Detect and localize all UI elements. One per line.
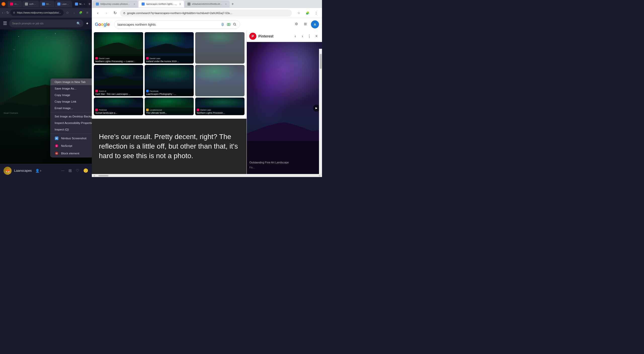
right-tab-mj[interactable]: Midjourney creates photoreali... × [93,1,138,8]
forward-button[interactable]: › [103,10,110,17]
horizontal-scrollbar[interactable] [92,174,322,177]
bookmark-button[interactable]: ☆ [65,10,71,16]
close-side-panel-button[interactable]: × [313,33,319,39]
mj-search-bar[interactable]: Search prompts or job ids 🔍 [9,19,84,27]
menu-item-save-as[interactable]: Save Image As... [51,85,92,92]
card-title: Dark Star - foto van Laanscapes ... [95,93,142,95]
source-icon [146,109,149,111]
address-bar[interactable]: https://www.midjourney.com/app/jobs/... [10,9,63,16]
card-source: Daniel Laan [146,57,192,60]
image-card-nl-processing-2[interactable]: Daniel Laan Northern Lights Processin... [195,98,245,115]
nimbus-icon [55,136,59,140]
more-options-button[interactable]: ⋮ [306,33,312,39]
image-card-dark-star[interactable]: Zoom.nl Dark Star - foto van Laanscapes … [94,65,143,96]
download-button[interactable]: ↓ [71,10,77,16]
user-avatar[interactable]: A [311,20,319,28]
pinterest-name: Pinterest [258,34,273,38]
card-title: The Ultimate North... [146,112,192,114]
context-menu: Open Image in New Tab Save Image As... C… [50,78,92,157]
tab-close[interactable]: × [225,3,227,6]
tab-close[interactable]: × [179,3,181,6]
menu-item-nimbus[interactable]: Nimbus Screenshot › Nimbus Screenshot [51,135,92,142]
image-card-partial-2[interactable] [195,65,245,96]
h-scrollbar-thumb[interactable] [98,175,108,176]
source-name: Daniel Laan [99,57,110,60]
right-address-bar[interactable]: google.com/search?q=laanscapes+northern+… [120,10,292,17]
prev-button[interactable]: ‹ [292,33,298,39]
menu-item-noscript[interactable]: S NoScript [51,142,92,150]
image-watermark: Stuart Chalmers [4,112,18,114]
image-card-north[interactable]: Locationscout The Ultimate North... [145,98,194,115]
image-card-iceland[interactable]: Daniel Laan Iceland under the Aurora 201… [145,32,194,64]
more-options-icon[interactable]: ··· [61,168,64,173]
nav-bar: ‹ › ↻ https://www.midjourney.com/app/job… [0,8,92,17]
side-panel-controls: ‹ › ⋮ × [292,33,319,39]
grid-icon[interactable]: ⊞ [68,168,72,173]
forward-button[interactable]: › [4,10,6,16]
google-search-bar[interactable]: laanscapes northern lights [114,20,240,29]
tab-auth0[interactable]: auth0.openai.com/u... [22,1,39,7]
right-scrollbar[interactable] [319,49,322,174]
refresh-button[interactable]: ↻ [111,10,118,17]
tab-mj-eda[interactable]: Midjourney: eda... [39,1,54,7]
tab-close[interactable]: × [134,3,135,6]
tab-close-btn[interactable]: × [84,3,85,6]
mountain-svg-2 [94,75,143,85]
mic-icon[interactable] [221,22,225,26]
camera-icon[interactable] [227,22,231,26]
menu-button[interactable]: ⋮ [312,10,319,17]
next-button[interactable]: › [299,33,305,39]
mj-magic-button[interactable]: ✦ [86,21,89,26]
bookmark-button[interactable]: ☆ [295,10,302,17]
scroll-left-btn[interactable] [93,175,95,176]
menu-item-block[interactable]: Block element [51,150,92,157]
menu-item-copy-image[interactable]: Copy Image [51,92,92,98]
scroll-right-btn[interactable] [318,175,320,176]
menu-button[interactable]: ≡ [84,10,90,16]
card-label: Zoom.nl Dark Star - foto van Laanscapes … [94,89,143,96]
refresh-button[interactable]: ↻ [6,10,9,16]
back-button[interactable]: ‹ [94,10,101,17]
image-card-nl-processing[interactable]: Daniel Laan Northern Lights Processing —… [94,32,143,64]
menu-item-email[interactable]: Email Image... [51,105,92,111]
source-name: Zoom.nl [99,90,106,92]
image-card-facebook[interactable]: Facebook LaanScapes Photography - ... [145,65,194,96]
tab-mj-active[interactable]: Midjourney: S... × [72,1,88,7]
back-button[interactable]: ‹ [2,10,3,16]
scrollbar-thumb[interactable] [320,54,322,69]
new-tab-button[interactable]: + [88,1,91,7]
search-icon[interactable] [233,22,237,26]
bottom-right-icons: ··· ⊞ ♡ 🙂 [61,168,88,173]
svg-line-14 [235,25,236,26]
extensions-button[interactable]: 🧩 [78,10,84,16]
heart-icon[interactable]: ♡ [76,168,79,173]
tab-laanscapes[interactable]: Laanscapes_Capture... [55,1,72,7]
card-label: Daniel Laan Northern Lights Processin... [195,108,245,115]
menu-item-inspect[interactable]: Inspect (Q) [51,126,92,133]
menu-item-label: NoScript [61,144,72,147]
right-tab-google[interactable]: laanscapes northern lights - Goo... × [139,1,184,8]
user-add-icon[interactable]: 👤+ [35,169,42,173]
emoji-icon[interactable]: 🙂 [83,168,88,173]
menu-item-open-new-tab[interactable]: Open Image in New Tab [51,79,92,85]
menu-item-set-bg[interactable]: Set Image as Desktop Background... [51,113,92,120]
extensions-button[interactable]: 🧩 [304,10,311,17]
apps-icon[interactable]: ⊞ [302,20,309,27]
tab-favicon [187,3,190,6]
settings-icon[interactable]: ⚙ [293,20,300,27]
image-card-sunset[interactable]: Pinterest Sunset landscape p... [94,98,143,115]
image-card-partial-1[interactable] [195,32,245,64]
new-tab-button[interactable]: + [230,2,235,7]
tab-label: Midjourney: eda... [46,3,52,5]
card-source: Daniel Laan [95,57,142,60]
card-title: Sunset landscape p... [95,112,142,114]
tab-favicon [10,3,13,6]
tab-ai-scapes[interactable]: AI Scapes Script [8,1,22,7]
scrollbar-track[interactable] [96,175,318,176]
mj-menu-button[interactable]: ☰ [3,21,7,26]
source-icon [146,90,149,92]
card-source: Daniel Laan [197,109,243,111]
menu-item-accessibility[interactable]: Inspect Accessibility Properties [51,120,92,126]
menu-item-copy-link[interactable]: Copy Image Link [51,98,92,105]
right-tab-hash[interactable]: e59a8a624825310f0e9bc483dc... × [184,1,230,8]
